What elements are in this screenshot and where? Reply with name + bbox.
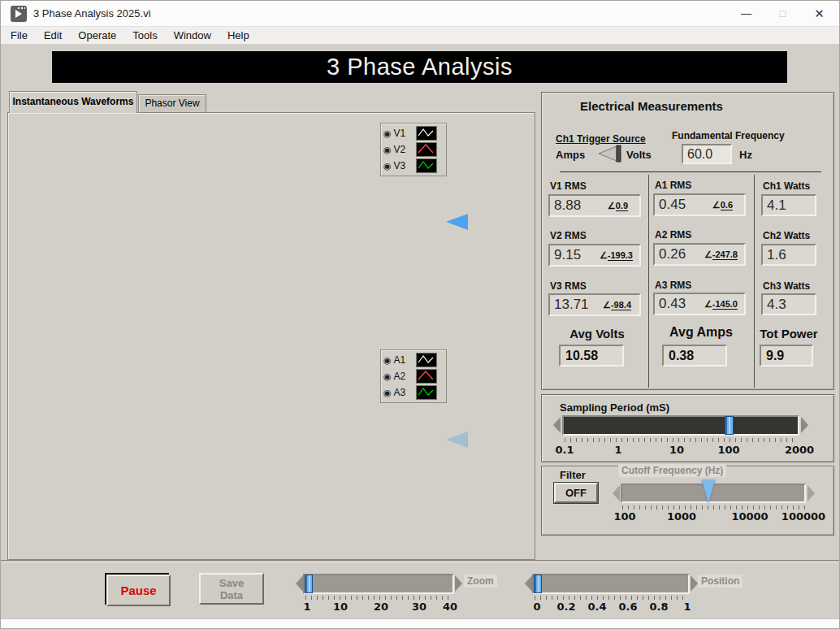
zoom-tick: 30 (412, 601, 426, 613)
sampling-period-slider[interactable] (562, 415, 799, 436)
fundamental-frequency-input[interactable]: 60.0 (682, 144, 732, 164)
legend-plot-style-chip[interactable] (416, 126, 437, 141)
position-increment-icon[interactable] (691, 575, 698, 592)
position-decrement-icon[interactable] (525, 575, 532, 592)
menu-operate[interactable]: Operate (70, 28, 124, 43)
a1-angle: ∠0.6 (712, 200, 744, 210)
legend-row-v1[interactable]: ◉ V1 (383, 125, 444, 141)
plot-visible-checkbox[interactable]: ◉ (383, 162, 392, 171)
cutoff-frequency-label: Cutoff Frequency (Hz) (618, 464, 726, 477)
tab-phasor-view[interactable]: Phasor View (138, 94, 206, 113)
position-slider[interactable] (532, 574, 690, 594)
legend-row-a1[interactable]: ◉ A1 (383, 352, 444, 368)
menu-window[interactable]: Window (166, 28, 219, 43)
zoom-tick-marks (305, 596, 452, 600)
plot-visible-checkbox[interactable]: ◉ (383, 372, 392, 381)
sampling-decrement-icon[interactable] (553, 417, 561, 433)
ch3-watts-indicator: 4.3 (761, 293, 816, 315)
banner: 3 Phase Analysis (52, 51, 787, 83)
legend-label: A3 (394, 387, 412, 398)
ch1-watts-indicator: 4.1 (761, 194, 816, 216)
tab-instantaneous-waveforms[interactable]: Instantaneous Waveforms (9, 91, 137, 113)
menu-help[interactable]: Help (219, 28, 258, 43)
sampling-tick: 10 (669, 444, 684, 456)
a2-angle: ∠-247.8 (704, 249, 744, 260)
legend-label: A2 (394, 371, 412, 382)
labview-app-icon (11, 6, 27, 22)
position-tick-marks (535, 596, 688, 600)
position-tick: 1 (683, 601, 691, 613)
window-title: 3 Phase Analysis 2025.vi (33, 7, 151, 20)
position-slider-handle[interactable] (534, 575, 542, 593)
a3-rms-label: A3 RMS (655, 280, 691, 291)
a1-rms-label: A1 RMS (655, 180, 691, 191)
plot-visible-checkbox[interactable]: ◉ (383, 388, 392, 397)
zoom-decrement-icon[interactable] (296, 575, 303, 592)
plot-visible-checkbox[interactable]: ◉ (383, 356, 392, 365)
a3-rms-indicator: 0.43 ∠-145.0 (653, 293, 746, 315)
sampling-increment-icon[interactable] (801, 417, 808, 433)
legend-row-a2[interactable]: ◉ A2 (383, 368, 444, 384)
legend-plot-style-chip[interactable] (416, 158, 437, 173)
a1-rms-value: 0.45 (655, 197, 712, 213)
plot-visible-checkbox[interactable]: ◉ (383, 145, 392, 154)
cutoff-tick: 10000 (731, 510, 768, 523)
avg-amps-value: 0.38 (664, 349, 694, 363)
title-bar: 3 Phase Analysis 2025.vi — □ ✕ (1, 1, 840, 27)
zoom-slider[interactable] (303, 574, 454, 594)
sampling-period-slider-handle[interactable] (725, 416, 734, 435)
ch1-trigger-source-label: Ch1 Trigger Source (556, 133, 646, 145)
trigger-source-option-volts[interactable]: Volts (626, 149, 652, 161)
amps-legend: ◉ A1 ◉ A2 ◉ A3 (380, 349, 447, 403)
pause-button[interactable]: Pause (105, 573, 169, 605)
position-tick: 0.6 (618, 601, 637, 613)
ch3-watts-label: Ch3 Watts (763, 280, 810, 292)
v2-angle: ∠-199.3 (600, 250, 639, 261)
avg-volts-label: Avg Volts (560, 327, 634, 341)
plot-visible-checkbox[interactable]: ◉ (383, 129, 392, 138)
menu-tools[interactable]: Tools (124, 28, 165, 43)
a3-rms-value: 0.43 (655, 296, 704, 312)
a2-rms-indicator: 0.26 ∠-247.8 (653, 243, 746, 266)
fundamental-frequency-value[interactable]: 60.0 (683, 147, 730, 162)
legend-row-v3[interactable]: ◉ V3 (383, 158, 444, 174)
v1-rms-indicator: 8.88 ∠0.9 (548, 194, 641, 217)
position-tick: 0 (533, 601, 540, 613)
legend-row-a3[interactable]: ◉ A3 (383, 384, 444, 401)
sampling-period-label: Sampling Period (mS) (560, 401, 669, 414)
v-trigger-level-cursor[interactable] (446, 214, 468, 230)
zoom-increment-icon[interactable] (455, 575, 462, 592)
save-data-button[interactable]: Save Data (199, 573, 264, 605)
legend-plot-style-chip[interactable] (416, 353, 437, 367)
i-trigger-level-cursor[interactable] (446, 432, 468, 448)
footer-divider (1, 560, 840, 562)
legend-plot-style-chip[interactable] (416, 142, 437, 157)
divider (560, 171, 821, 172)
close-button[interactable]: ✕ (801, 1, 838, 27)
minimize-button[interactable]: — (728, 1, 764, 27)
maximize-button[interactable]: □ (764, 1, 801, 27)
menu-edit[interactable]: Edit (36, 28, 70, 43)
sampling-tick: 1 (614, 444, 621, 456)
v3-rms-value: 13.71 (550, 297, 603, 313)
legend-label: V1 (394, 128, 412, 139)
trigger-source-option-amps[interactable]: Amps (556, 149, 585, 161)
trigger-source-switch[interactable] (595, 145, 624, 166)
cutoff-increment-icon[interactable] (808, 485, 815, 501)
v1-rms-value: 8.88 (550, 197, 608, 214)
volts-legend: ◉ V1 ◉ V2 ◉ V3 (380, 123, 447, 176)
legend-row-v2[interactable]: ◉ V2 (383, 141, 444, 158)
v3-angle: ∠-98.4 (603, 300, 639, 310)
legend-plot-style-chip[interactable] (416, 369, 437, 384)
cutoff-decrement-icon[interactable] (613, 485, 620, 501)
status-bar (1, 618, 840, 629)
pause-button-label: Pause (106, 575, 171, 606)
legend-plot-style-chip[interactable] (416, 385, 437, 400)
avg-amps-indicator: 0.38 (662, 345, 727, 367)
zoom-slider-handle[interactable] (305, 575, 313, 593)
cutoff-slider-handle[interactable] (702, 480, 715, 503)
a2-rms-value: 0.26 (655, 246, 704, 262)
avg-amps-label: Avg Amps (662, 325, 740, 340)
menu-file[interactable]: File (2, 28, 36, 43)
filter-off-button[interactable]: OFF (554, 483, 598, 503)
